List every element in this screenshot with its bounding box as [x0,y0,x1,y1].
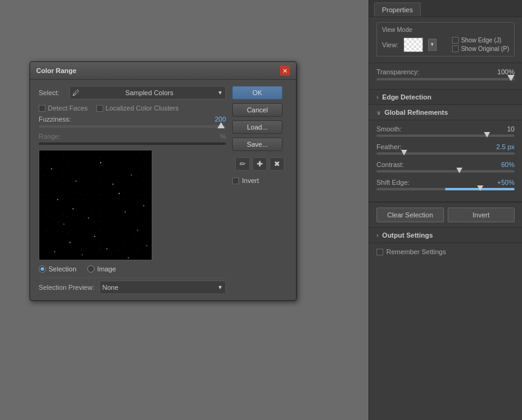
dialog-body: Select: 🖊 Sampled Colors ▼ Detect Faces … [30,80,296,300]
eyedropper-subtract-tool[interactable]: ✖ [270,157,284,171]
range-unit: % [220,133,226,140]
selection-label: Selection [49,265,76,273]
global-refinements-header[interactable]: ∨ Global Refinements [369,105,522,120]
fuzziness-label: Fuzziness: [39,115,82,123]
localized-clusters-cb[interactable] [96,105,103,112]
show-edge-cb[interactable] [452,37,459,44]
svg-point-9 [106,248,107,249]
selection-radio-btn[interactable] [39,265,46,273]
output-settings-arrow: › [376,232,378,239]
svg-point-19 [128,257,129,259]
edge-detection-title: Edge Detection [382,93,431,101]
close-button[interactable]: ✕ [280,66,290,76]
eyedropper-tool[interactable]: ✏ [235,157,250,171]
select-label: Select: [39,89,66,96]
smooth-thumb [484,132,490,138]
eyedropper-add-tool[interactable]: ✚ [252,157,267,171]
range-slider[interactable] [39,142,226,145]
show-edge-row[interactable]: Show Edge (J) [452,37,509,44]
show-edge-label: Show Edge (J) [461,37,502,44]
edge-detection-arrow: › [376,94,378,101]
contrast-label: Contrast: [376,161,404,168]
svg-point-6 [119,193,120,194]
chevron-down-icon: ▼ [217,90,223,96]
shift-edge-thumb [477,185,483,191]
invert-button[interactable]: Invert [448,208,515,222]
svg-point-3 [131,174,132,176]
view-checkboxes: Show Edge (J) Show Original (P) [452,37,509,52]
show-original-cb[interactable] [452,45,459,52]
contrast-row: Contrast: 60% [376,161,515,173]
global-refinements-title: Global Refinements [384,109,448,116]
invert-row: Invert [232,177,287,184]
smooth-slider[interactable] [376,134,515,137]
shift-edge-slider[interactable] [376,188,515,190]
show-original-row[interactable]: Show Original (P) [452,45,509,52]
shift-edge-label: Shift Edge: [376,179,410,186]
save-button[interactable]: Save... [232,138,282,151]
ok-button[interactable]: OK [232,86,282,99]
view-label: View: [382,41,399,49]
contrast-thumb [456,168,462,173]
show-original-label: Show Original (P) [461,45,509,52]
localized-clusters-checkbox[interactable]: Localized Color Clusters [96,104,179,112]
load-button[interactable]: Load... [232,120,282,134]
global-refinements-arrow: ∨ [376,109,381,116]
image-label: Image [97,265,116,273]
svg-point-17 [146,245,147,246]
range-row: Range: % [39,133,226,140]
svg-point-12 [94,236,95,237]
selection-radio[interactable]: Selection [39,265,76,273]
view-mode-box: View Mode View: ▼ Show Edge (J) Show Ori… [376,22,515,56]
svg-point-16 [54,251,55,252]
preview-row: Selection Preview: None ▼ [39,278,226,294]
transparency-thumb [507,75,515,81]
clear-selection-button[interactable]: Clear Selection [376,208,444,222]
cancel-button[interactable]: Cancel [232,103,282,117]
feather-slider[interactable] [376,152,515,155]
svg-point-18 [72,208,74,209]
localized-clusters-label: Localized Color Clusters [106,104,179,112]
shift-edge-row: Shift Edge: +50% [376,179,515,190]
view-dropdown-arrow[interactable]: ▼ [428,39,437,51]
fuzziness-thumb [217,122,225,128]
remember-cb[interactable] [376,249,383,255]
edge-detection-header[interactable]: › Edge Detection [369,90,522,105]
view-thumbnail[interactable] [403,37,423,52]
preview-chevron-icon: ▼ [217,284,223,290]
output-settings-header[interactable]: › Output Settings [369,228,522,243]
smooth-label: Smooth: [376,125,402,133]
fuzziness-slider[interactable] [39,125,226,128]
preview-dropdown[interactable]: None ▼ [99,281,227,294]
preview-value: None [103,284,119,291]
feather-label: Feather: [376,143,402,150]
dialog-left: Select: 🖊 Sampled Colors ▼ Detect Faces … [39,86,226,294]
detect-faces-cb[interactable] [39,105,45,112]
image-radio-btn[interactable] [87,265,95,273]
right-panel: Properties View Mode View: ▼ Show Edge (… [368,0,522,420]
dialog-title: Color Range [36,67,76,74]
svg-point-10 [143,205,144,206]
smooth-row: Smooth: 10 [376,125,515,137]
svg-point-0 [51,168,52,169]
invert-checkbox[interactable] [232,177,239,184]
detect-faces-checkbox[interactable]: Detect Faces [39,104,88,112]
tools-row: ✏ ✚ ✖ [232,157,287,171]
sampled-colors-dropdown[interactable]: 🖊 Sampled Colors ▼ [69,86,226,99]
range-label: Range: [39,133,82,140]
shift-edge-value: +50% [497,179,515,186]
bottom-buttons: Clear Selection Invert [369,202,522,228]
view-mode-title: View Mode [382,26,509,33]
transparency-slider[interactable] [376,78,515,80]
global-refinements-body: Smooth: 10 Feather: 2.5 px Contrast: 60% [369,120,522,202]
properties-tab[interactable]: Properties [374,2,421,17]
select-value: Sampled Colors [125,89,173,96]
contrast-value: 60% [501,161,515,168]
contrast-slider[interactable] [376,170,515,173]
image-radio[interactable]: Image [87,265,116,273]
feather-thumb [401,150,407,155]
dialog-right: OK Cancel Load... Save... ✏ ✚ ✖ Invert [232,86,287,294]
detect-faces-label: Detect Faces [48,104,88,112]
svg-point-8 [69,242,71,243]
eyedropper-icon: 🖊 [72,89,79,96]
